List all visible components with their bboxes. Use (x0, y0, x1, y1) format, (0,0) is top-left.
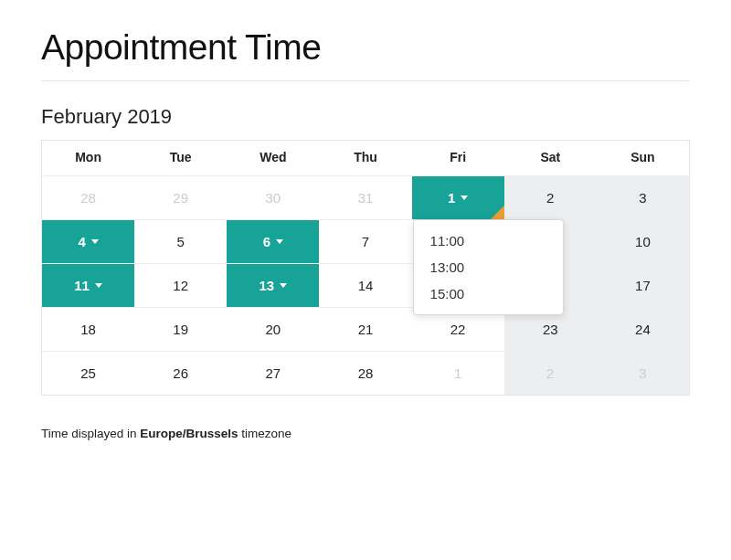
day-cell: 5 (134, 219, 227, 263)
day-cell: 14 (319, 263, 411, 307)
day-number: 25 (80, 365, 96, 381)
weekday-header: Thu (319, 141, 411, 175)
day-cell: 3 (597, 351, 689, 395)
day-number: 2 (546, 365, 554, 381)
day-cell: 21 (319, 307, 411, 351)
weekday-label: Sat (540, 150, 560, 164)
day-number: 27 (266, 365, 281, 381)
day-number: 18 (80, 322, 96, 337)
day-cell: 26 (134, 351, 227, 395)
chevron-down-icon (276, 239, 283, 244)
weekday-header-row: MonTueWedThuFriSatSun (42, 141, 689, 175)
chevron-down-icon (91, 239, 99, 244)
weekday-label: Mon (75, 150, 101, 164)
chevron-down-icon (95, 283, 102, 288)
day-number: 14 (358, 278, 374, 293)
day-number: 12 (173, 278, 188, 293)
weekday-header: Tue (134, 141, 227, 175)
day-number: 1 (454, 365, 461, 381)
weekday-label: Tue (170, 150, 192, 164)
weekday-label: Thu (354, 150, 377, 164)
day-cell: 30 (227, 175, 319, 219)
day-cell: 10 (597, 219, 689, 263)
day-number: 24 (635, 322, 651, 337)
day-cell: 18 (42, 307, 134, 351)
calendar-row: 28293031123 (42, 175, 689, 219)
calendar-row: 45678910 (42, 219, 689, 263)
day-number: 30 (266, 190, 281, 206)
day-number: 20 (266, 322, 281, 337)
day-number: 31 (358, 190, 374, 206)
weekday-header: Sun (597, 141, 689, 175)
day-number: 1 (448, 190, 455, 206)
day-number: 28 (358, 365, 374, 381)
time-slot[interactable]: 11:00 (414, 227, 563, 254)
day-cell: 29 (134, 175, 227, 219)
month-label: February 2019 (41, 105, 690, 129)
tz-name: Europe/Brussels (140, 427, 238, 440)
day-number: 22 (450, 322, 466, 337)
day-cell: 1 (412, 351, 504, 395)
day-number: 11 (74, 278, 90, 293)
time-slot[interactable]: 13:00 (414, 254, 563, 280)
day-number: 23 (543, 322, 558, 337)
page-title: Appointment Time (41, 27, 690, 68)
day-cell-available[interactable]: 6 (227, 219, 319, 263)
divider (41, 80, 690, 81)
weekday-label: Wed (260, 150, 286, 164)
day-cell: 2 (504, 351, 597, 395)
calendar-row: 18192021222324 (42, 307, 689, 351)
day-number: 3 (639, 190, 646, 206)
day-cell: 27 (227, 351, 319, 395)
day-number: 17 (635, 278, 651, 293)
day-cell-available[interactable]: 13 (227, 263, 319, 307)
day-cell: 3 (597, 175, 689, 219)
calendar-row: 25262728123 (42, 351, 689, 395)
weekday-header: Wed (227, 141, 319, 175)
tz-prefix: Time displayed in (41, 427, 140, 440)
day-cell: 20 (227, 307, 319, 351)
day-number: 5 (177, 234, 185, 249)
day-number: 3 (639, 365, 646, 381)
time-slot[interactable]: 15:00 (414, 280, 563, 307)
tz-suffix: timezone (238, 427, 292, 440)
day-cell: 28 (319, 351, 411, 395)
calendar-row: 11121314151617 (42, 263, 689, 307)
chevron-down-icon (280, 283, 287, 288)
day-cell-available[interactable]: 11 (42, 263, 134, 307)
day-number: 19 (173, 322, 188, 337)
day-number: 13 (260, 278, 275, 293)
day-number: 4 (78, 234, 85, 249)
day-number: 21 (358, 322, 374, 337)
calendar: MonTueWedThuFriSatSun 282930311234567891… (41, 140, 690, 396)
day-cell: 24 (597, 307, 689, 351)
time-slot-popover: 11:0013:0015:00 (413, 219, 564, 315)
day-cell: 25 (42, 351, 134, 395)
day-cell: 28 (42, 175, 134, 219)
weekday-header: Sat (504, 141, 597, 175)
day-cell: 19 (134, 307, 227, 351)
day-cell: 31 (319, 175, 411, 219)
day-number: 6 (263, 234, 270, 249)
weekday-header: Mon (42, 141, 134, 175)
day-cell: 7 (319, 219, 411, 263)
weekday-label: Fri (450, 150, 466, 164)
weekday-header: Fri (412, 141, 504, 175)
weekday-label: Sun (630, 150, 654, 164)
day-number: 28 (80, 190, 96, 206)
day-cell-available[interactable]: 1 (412, 175, 504, 219)
day-number: 26 (173, 365, 188, 381)
day-number: 10 (635, 234, 651, 249)
day-cell: 2 (504, 175, 597, 219)
day-cell-available[interactable]: 4 (42, 219, 134, 263)
timezone-note: Time displayed in Europe/Brussels timezo… (41, 427, 690, 440)
day-cell: 12 (134, 263, 227, 307)
chevron-down-icon (461, 195, 468, 200)
day-cell: 17 (597, 263, 689, 307)
day-number: 7 (362, 234, 369, 249)
day-number: 29 (173, 190, 188, 206)
day-number: 2 (546, 190, 554, 206)
